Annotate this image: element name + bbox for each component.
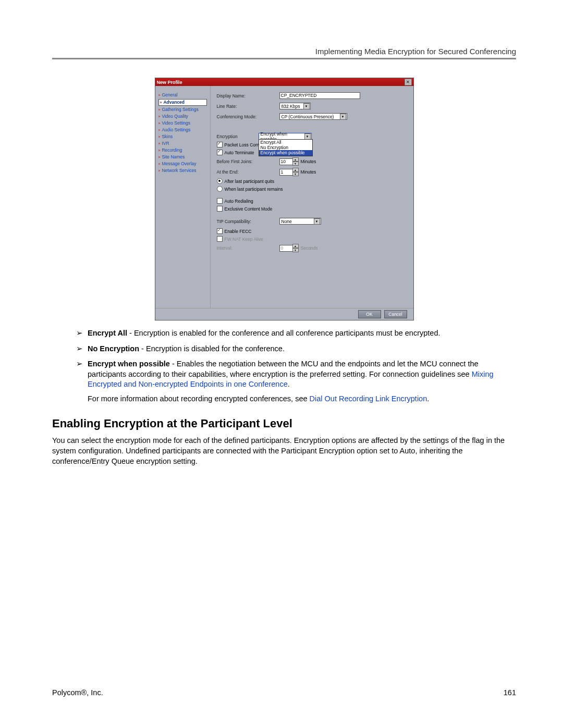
when-last-label: When last participant remains (225, 187, 283, 192)
fw-nat-checkbox[interactable] (217, 236, 223, 242)
display-name-label: Display Name: (217, 93, 279, 98)
new-profile-dialog: New Profile ✕ »General »Advanced »Gather… (155, 78, 414, 320)
encryption-option[interactable]: Encrypt All (259, 140, 312, 145)
chevron-right-icon: » (158, 162, 161, 166)
tip-select[interactable]: None▼ (279, 218, 321, 225)
spin-down-icon[interactable]: ▼ (292, 248, 299, 252)
after-last-label: After last participant quits (225, 179, 274, 184)
line-rate-select[interactable]: 832 Kbps▼ (279, 103, 311, 109)
exclusive-content-label: Exclusive Content Mode (225, 206, 273, 212)
chevron-right-icon: » (160, 100, 162, 105)
chevron-right-icon: » (158, 148, 161, 153)
page-footer: Polycom®, Inc. 161 (52, 688, 516, 697)
ok-button[interactable]: OK (358, 310, 381, 318)
before-first-label: Before First Joins: (217, 159, 279, 164)
encryption-dropdown-list: Encrypt All No Encryption Encrypt when p… (259, 139, 313, 156)
fecc-checkbox[interactable] (217, 228, 223, 234)
spin-up-icon[interactable]: ▲ (292, 168, 299, 172)
chevron-right-icon: » (158, 134, 161, 139)
sidebar-item-recording[interactable]: »Recording (158, 147, 207, 153)
footer-company: Polycom®, Inc. (52, 688, 103, 697)
line-rate-label: Line Rate: (217, 104, 279, 109)
encryption-option[interactable]: Encrypt when possible (259, 150, 312, 155)
dialog-title: New Profile (157, 80, 182, 85)
tip-label: TIP Compatibility: (217, 219, 279, 224)
minutes-unit: Minutes (301, 159, 316, 164)
chevron-down-icon: ▼ (340, 114, 346, 120)
more-info-para: For more information about recording enc… (88, 394, 516, 404)
section-heading: Enabling Encryption at the Participant L… (52, 417, 516, 430)
chevron-right-icon: » (158, 141, 161, 146)
sidebar-item-audio-settings[interactable]: »Audio Settings (158, 127, 207, 133)
chevron-right-icon: » (158, 121, 161, 126)
fw-nat-label: FW NAT Keep Alive (225, 237, 263, 242)
fecc-label: Enable FECC (225, 229, 252, 234)
sidebar-item-gathering[interactable]: »Gathering Settings (158, 107, 207, 113)
dialog-content: Display Name: CP_ENCRYPTED Line Rate: 83… (210, 86, 413, 308)
packet-loss-checkbox[interactable] (217, 142, 223, 147)
chevron-right-icon: » (158, 107, 161, 112)
interval-label: Interval: (217, 245, 279, 251)
chevron-right-icon: » (158, 114, 161, 119)
exclusive-content-checkbox[interactable] (217, 206, 223, 212)
chevron-right-icon: » (158, 168, 161, 173)
interval-spinner[interactable]: 0 ▲▼ (279, 244, 299, 252)
encryption-label: Encryption (217, 134, 259, 139)
spin-down-icon[interactable]: ▼ (292, 172, 299, 176)
bullet-encrypt-all: Encrypt All - Encryption is enabled for … (88, 328, 516, 339)
encryption-option[interactable]: No Encryption (259, 145, 312, 150)
spin-up-icon[interactable]: ▲ (292, 157, 299, 162)
sidebar-item-skins[interactable]: »Skins (158, 134, 207, 140)
chevron-down-icon: ▼ (303, 103, 310, 109)
dialog-titlebar: New Profile ✕ (155, 78, 413, 86)
bullet-encrypt-when-possible: Encrypt when possible - Enables the nego… (88, 359, 516, 404)
chevron-right-icon: » (158, 155, 161, 159)
footer-page-number: 161 (504, 688, 516, 697)
bullet-no-encryption: No Encryption - Encryption is disabled f… (88, 344, 516, 354)
cancel-button[interactable]: Cancel (384, 310, 407, 318)
at-end-label: At the End: (217, 169, 279, 175)
chevron-right-icon: » (158, 93, 161, 97)
display-name-input[interactable]: CP_ENCRYPTED (279, 92, 360, 99)
conf-mode-select[interactable]: CP (Continuous Presence)▼ (279, 113, 347, 120)
dialog-sidebar: »General »Advanced »Gathering Settings »… (155, 86, 210, 308)
dialog-footer: OK Cancel (155, 308, 413, 320)
auto-terminate-checkbox[interactable] (217, 150, 223, 155)
sidebar-item-general[interactable]: »General (158, 92, 207, 98)
sidebar-item-advanced[interactable]: »Advanced (158, 99, 207, 106)
close-icon[interactable]: ✕ (405, 79, 412, 85)
after-last-radio[interactable] (217, 178, 223, 184)
auto-redial-label: Auto Redialing (225, 199, 253, 204)
bullet-list: Encrypt All - Encryption is enabled for … (52, 328, 516, 404)
auto-redial-checkbox[interactable] (217, 198, 223, 204)
chevron-down-icon: ▼ (304, 133, 311, 140)
spin-up-icon[interactable]: ▲ (292, 244, 299, 248)
encryption-select[interactable]: Encrypt when possible ▼ Encrypt All No E… (259, 133, 312, 140)
sidebar-item-site-names[interactable]: »Site Names (158, 154, 207, 160)
conf-mode-label: Conferencing Mode: (217, 114, 279, 119)
sidebar-item-message-overlay[interactable]: »Message Overlay (158, 161, 207, 167)
when-last-radio[interactable] (217, 186, 223, 192)
page-header: Implementing Media Encryption for Secure… (52, 47, 516, 56)
minutes-unit: Minutes (301, 169, 316, 175)
chevron-right-icon: » (158, 128, 161, 132)
sidebar-item-video-settings[interactable]: »Video Settings (158, 120, 207, 126)
before-first-spinner[interactable]: 10 ▲▼ (279, 157, 299, 166)
link-dial-out-recording[interactable]: Dial Out Recording Link Encryption (310, 394, 427, 403)
spin-down-icon[interactable]: ▼ (292, 162, 299, 166)
sidebar-item-ivr[interactable]: »IVR (158, 141, 207, 146)
at-end-spinner[interactable]: 1 ▲▼ (279, 168, 299, 176)
section-body: You can select the encryption mode for e… (52, 436, 516, 466)
header-divider (52, 58, 516, 59)
seconds-unit: Seconds (301, 245, 318, 251)
sidebar-item-network-services[interactable]: »Network Services (158, 168, 207, 174)
auto-terminate-label: Auto Terminate (225, 150, 254, 155)
chevron-down-icon: ▼ (314, 218, 320, 225)
sidebar-item-video-quality[interactable]: »Video Quality (158, 114, 207, 119)
